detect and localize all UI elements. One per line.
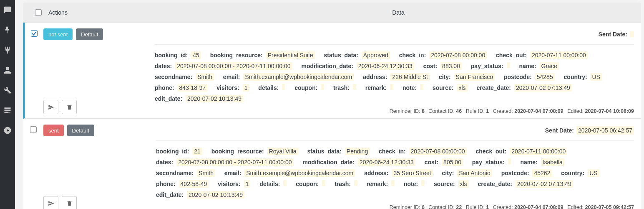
column-header-data: Data [161, 9, 636, 16]
field-city: city San Francisco [439, 74, 495, 80]
field-booking_resource: booking_resource Royal Villa [211, 148, 298, 155]
field-cost: cost 883.00 [423, 63, 462, 69]
field-edit_date: edit_date 2020-07-02 10:13:49 [156, 191, 244, 198]
field-booking_id: booking_id 21 [156, 148, 202, 155]
field-email: email Smith.example@wpbookingcalendar.co… [224, 170, 355, 176]
field-details: details [258, 84, 285, 91]
field-remark: remark [367, 181, 395, 187]
menu-comments-icon[interactable] [0, 3, 15, 18]
delete-button[interactable] [62, 196, 77, 209]
menu-pin-icon[interactable] [0, 23, 15, 38]
field-dates: dates 2020-07-08 00:00:00 - 2020-07-11 0… [156, 159, 294, 166]
field-postcode: postcode 45262 [501, 170, 552, 176]
field-booking_resource: booking_resource Presidential Suite [210, 52, 315, 59]
table-row: not sentDefaultSent Date:booking_id 45 b… [23, 23, 641, 119]
field-secondname: secondname Smith [155, 74, 214, 80]
field-check_in: check_in 2020-07-08 00:00:00 [399, 52, 487, 59]
row-checkbox[interactable] [31, 30, 38, 37]
field-postcode: postcode 54285 [504, 74, 555, 80]
field-pay_status: pay_status [471, 63, 510, 69]
field-name: name Isabella [520, 159, 564, 166]
menu-play-icon[interactable] [0, 123, 15, 138]
field-trash: trash [335, 181, 357, 187]
field-create_date: create_date 2020-07-02 07:13:49 [478, 181, 573, 187]
column-header-actions: Actions [48, 9, 161, 16]
field-modification_date: modification_date 2020-06-24 12:30:33 [302, 159, 415, 166]
field-check_in: check_in 2020-07-08 00:00:00 [379, 148, 467, 155]
field-check_out: check_out 2020-07-11 00:00:00 [496, 52, 588, 59]
status-badge-sent[interactable]: sent [43, 125, 64, 136]
sent-date-label: Sent Date: [599, 31, 627, 38]
field-address: address 35 Sero Street [364, 170, 433, 176]
menu-users-icon[interactable] [0, 63, 15, 78]
row-meta: Reminder ID: 8 Contact ID: 46 Rule ID: 1… [155, 104, 634, 114]
field-visitors: visitors 1 [216, 84, 249, 91]
admin-sidebar [0, 0, 15, 209]
menu-plugins-icon[interactable] [0, 43, 15, 58]
field-note: note [402, 84, 423, 91]
field-coupon: coupon [294, 84, 324, 91]
field-country: country US [561, 170, 599, 176]
field-city: city San Antonio [442, 170, 492, 176]
send-button[interactable] [43, 100, 58, 114]
field-details: details [259, 181, 287, 187]
field-check_out: check_out 2020-07-11 00:00:00 [475, 148, 567, 155]
field-address: address 226 Middle St [363, 74, 430, 80]
field-country: country US [564, 74, 602, 80]
field-cost: cost 805.00 [425, 159, 463, 166]
status-badge-not-sent[interactable]: not sent [43, 28, 73, 40]
field-visitors: visitors 1 [218, 181, 250, 187]
table-row: sentDefaultSent Date:2020-07-05 06:42:57… [23, 119, 641, 209]
field-phone: phone 402-58-49 [156, 181, 209, 187]
field-booking_id: booking_id 45 [155, 52, 201, 59]
sent-date-value [630, 31, 634, 37]
row-checkbox[interactable] [30, 126, 37, 133]
field-pay_status: pay_status [472, 159, 511, 166]
template-badge-default[interactable]: Default [67, 125, 94, 136]
sent-date-label: Sent Date: [545, 127, 574, 134]
field-create_date: create_date 2020-07-02 07:13:49 [477, 84, 572, 91]
menu-tools-icon[interactable] [0, 83, 15, 98]
field-coupon: coupon [296, 181, 325, 187]
field-dates: dates 2020-07-08 00:00:00 - 2020-07-11 0… [155, 63, 292, 69]
field-note: note [404, 181, 425, 187]
field-trash: trash [333, 84, 356, 91]
send-button[interactable] [43, 196, 58, 209]
field-modification_date: modification_date 2020-06-24 12:30:33 [301, 63, 414, 69]
field-source: source xls [433, 84, 468, 91]
delete-button[interactable] [62, 100, 77, 114]
field-remark: remark [365, 84, 393, 91]
sent-date-value: 2020-07-05 06:42:57 [576, 126, 634, 135]
field-name: name Grace [519, 63, 558, 69]
field-phone: phone 843-18-97 [155, 84, 207, 91]
field-secondname: secondname Smith [156, 170, 215, 176]
field-status_data: status_data Pending [307, 148, 370, 155]
select-all-checkbox[interactable] [35, 9, 42, 16]
field-status_data: status_data Approved [324, 52, 390, 59]
menu-collapse-icon[interactable] [0, 103, 15, 118]
field-email: email Smith.example@wpbookingcalendar.co… [223, 74, 354, 80]
row-meta: Reminder ID: 6 Contact ID: 22 Rule ID: 1… [156, 200, 634, 209]
field-edit_date: edit_date 2020-07-02 10:13:49 [155, 95, 243, 102]
template-badge-default[interactable]: Default [76, 28, 103, 40]
field-source: source xls [434, 181, 469, 187]
